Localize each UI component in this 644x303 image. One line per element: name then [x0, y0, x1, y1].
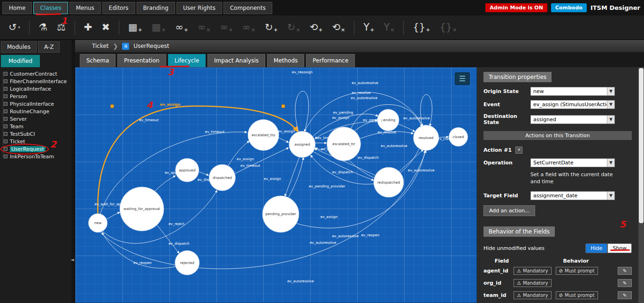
tab-schema[interactable]: Schema: [80, 54, 115, 67]
add-transition-button[interactable]: ⟲+: [306, 21, 327, 34]
transition-label: ev_assign: [160, 102, 181, 107]
sidebar-item-label: FiberChannelInterface: [10, 78, 67, 85]
nav-classes[interactable]: Classes: [33, 2, 68, 14]
badge-label: Mandatory: [523, 268, 548, 273]
sidebar-item-person[interactable]: Person: [3, 93, 71, 100]
add-stimulus-button[interactable]: ↻+: [261, 21, 282, 34]
transition-label: ev_timeout: [240, 163, 260, 168]
lifecycle-canvas[interactable]: newwaiting_for_approvalapproveddispatche…: [75, 67, 477, 303]
show-button[interactable]: Show: [607, 243, 632, 253]
breadcrumb-current[interactable]: UserRequest: [133, 43, 169, 49]
transition-edge[interactable]: [228, 141, 249, 166]
nav-user-rights[interactable]: User Rights: [176, 2, 222, 14]
class-icon: ≣: [122, 43, 129, 50]
sidebar-item-fiberchannelinterface[interactable]: FiberChannelInterface: [3, 78, 71, 85]
nav-home[interactable]: Home: [2, 2, 32, 14]
add-filter-icon: Y: [363, 23, 369, 32]
add-attribute-icon: ✚: [84, 23, 92, 32]
vertical-scrollbar[interactable]: [638, 67, 644, 303]
transition-label: ev_autoresolve: [403, 116, 430, 120]
transition-edge[interactable]: [295, 91, 309, 133]
sidebar-item-label: LogicalInterface: [10, 86, 51, 92]
new-class-button[interactable]: ⚗: [35, 21, 51, 34]
target-field-select[interactable]: assignment_date ▼: [530, 191, 615, 200]
add-preset-button[interactable]: {}+: [409, 21, 434, 34]
class-icon: [4, 94, 8, 98]
transition-label: ev_timeout: [139, 118, 159, 122]
sidebar-tab-modified[interactable]: Modified: [1, 55, 40, 67]
hide-button[interactable]: Hide: [585, 243, 607, 253]
delete-filter-button: Y×: [380, 21, 398, 34]
transition-edge[interactable]: [153, 176, 176, 193]
delete-attribute-button[interactable]: ✖: [98, 21, 114, 34]
destination-state-select[interactable]: assigned ▼: [530, 115, 615, 124]
add-linked-set-icon: ∞: [220, 23, 229, 32]
transition-edge[interactable]: [155, 223, 179, 254]
state-label: waiting_for_approval: [123, 207, 160, 211]
collapse-sidebar-handle[interactable]: ◄: [70, 257, 74, 262]
sidebar-item-routinechange[interactable]: RoutineChange: [3, 108, 71, 115]
undo-button[interactable]: ↺▾: [5, 21, 24, 34]
sidebar-tab-az[interactable]: A-Z: [38, 41, 60, 53]
transition-edge[interactable]: [107, 212, 120, 219]
nav-editors[interactable]: Editors: [102, 2, 135, 14]
edit-field-button[interactable]: ✎: [618, 267, 632, 275]
transition-edge[interactable]: [279, 138, 289, 142]
event-select[interactable]: ev_assign (StimulusUserAction) ▼: [530, 100, 615, 109]
add-attribute-button[interactable]: ✚: [80, 21, 96, 34]
behavior-table: agent_id⚠Mandatory⊘Must prompt✎org_id⚠Ma…: [483, 267, 632, 299]
sidebar-item-label: Server: [10, 116, 27, 122]
tab-performance[interactable]: Performance: [306, 54, 355, 67]
tab-methods[interactable]: Methods: [267, 54, 304, 67]
delete-transition-button[interactable]: ⟲×: [329, 21, 349, 34]
sidebar-item-customercontract[interactable]: CustomerContract: [3, 70, 71, 78]
class-icon: [4, 117, 8, 121]
destination-state-label: Destination State: [483, 113, 530, 125]
add-class-field-button[interactable]: ▦+: [124, 21, 146, 34]
nav-menus[interactable]: Menus: [69, 2, 101, 14]
sidebar-item-ticket[interactable]: Ticket: [3, 138, 71, 145]
sidebar-item-label: Person: [10, 93, 27, 100]
breadcrumb-parent[interactable]: Ticket: [92, 43, 109, 49]
nav-branding[interactable]: Branding: [137, 2, 175, 14]
add-filter-button[interactable]: Y+: [360, 21, 378, 34]
sidebar-item-logicalinterface[interactable]: LogicalInterface: [3, 85, 71, 93]
compare-classes-button[interactable]: ⚖: [53, 21, 69, 34]
scrollbar-thumb[interactable]: [639, 68, 644, 223]
sidebar-item-server[interactable]: Server: [3, 115, 71, 123]
field-badges: ⚠Mandatory⊘Must prompt: [514, 291, 615, 299]
transition-edge[interactable]: [421, 94, 432, 126]
operation-select[interactable]: SetCurrentDate ▼: [530, 158, 615, 167]
sidebar-item-testsubci[interactable]: TestSubCI: [3, 130, 71, 138]
class-icon: [4, 124, 8, 128]
sidebar-tab-modules[interactable]: Modules: [1, 41, 37, 53]
tab-lifecycle[interactable]: Lifecycle: [168, 54, 206, 67]
mandatory-badge: ⚠Mandatory: [514, 267, 552, 275]
add-action-button[interactable]: Add an action...: [483, 205, 535, 216]
transition-edge[interactable]: [199, 172, 209, 175]
sidebar-item-lnkpersontoteam[interactable]: lnkPersonToTeam: [3, 153, 71, 160]
diagram-options-button[interactable]: ☰: [455, 72, 470, 85]
tab-presentation[interactable]: Presentation: [117, 54, 166, 67]
sidebar-item-team[interactable]: Team: [3, 123, 71, 130]
edge-control-handle[interactable]: [110, 105, 114, 108]
field-name: team_id: [483, 292, 514, 298]
edit-field-button[interactable]: ✎: [618, 279, 632, 287]
edit-field-button[interactable]: ✎: [618, 291, 632, 299]
origin-state-select[interactable]: new ▼: [530, 87, 615, 96]
edge-control-handle[interactable]: [282, 105, 285, 108]
transition-edge[interactable]: [398, 124, 415, 132]
transition-edge[interactable]: [289, 157, 304, 197]
tab-impact-analysis[interactable]: Impact Analysis: [207, 54, 265, 67]
remove-action-button[interactable]: ✕: [515, 147, 522, 154]
field-name: agent_id: [483, 268, 514, 274]
nav-components[interactable]: Components: [223, 2, 272, 14]
transition-label: ev_pending: [333, 110, 353, 115]
sidebar-item-physicalinterface[interactable]: PhysicalInterface: [3, 100, 71, 108]
delete-preset-icon: {}: [439, 23, 452, 32]
class-icon: [4, 147, 8, 151]
sidebar-divider: ◄: [71, 40, 75, 303]
add-external-key-button[interactable]: ∞+: [171, 21, 192, 34]
transition-label: ev_autoresolve: [287, 279, 314, 283]
sidebar-item-userrequest[interactable]: UserRequest: [3, 145, 71, 153]
